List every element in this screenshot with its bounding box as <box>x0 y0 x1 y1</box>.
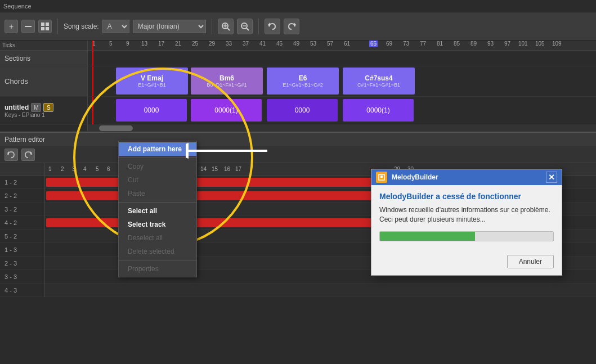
chord-name-4: C#7sus4 <box>365 74 392 82</box>
dialog-footer: Annuler <box>371 255 562 275</box>
tick-17: 17 <box>158 41 164 47</box>
window-title-text: Sequence <box>3 3 32 10</box>
tick-57: 57 <box>327 41 333 47</box>
tick-101: 101 <box>518 41 528 47</box>
pe-tick-val-6: 6 <box>107 166 110 172</box>
cm-add-pattern[interactable]: Add pattern here <box>119 142 196 156</box>
pattern-block-4[interactable]: 0000(1) <box>343 99 414 122</box>
dialog-cancel-button[interactable]: Annuler <box>507 255 554 268</box>
redo-button[interactable] <box>284 19 299 34</box>
cm-properties[interactable]: Properties <box>119 262 196 276</box>
cm-divider-2 <box>119 202 196 203</box>
cm-paste[interactable]: Paste <box>119 187 196 200</box>
song-scale-label: Song scale: <box>64 23 99 30</box>
pe-title: Pattern editor <box>5 136 45 143</box>
undo-button[interactable] <box>265 19 280 34</box>
pe-tick-val-16: 16 <box>224 166 230 172</box>
cm-copy[interactable]: Copy <box>119 160 196 173</box>
dialog-progress-container <box>379 231 554 241</box>
dialog-message: Windows recueille d'autres informations … <box>379 205 554 224</box>
track-label: untitled M S Keys - EPiano 1 <box>0 97 88 124</box>
pattern-block-2[interactable]: 0000(1) <box>191 99 262 122</box>
dialog-close-button[interactable]: ✕ <box>546 172 557 183</box>
scale-select[interactable]: Major (Ionian) <box>133 20 206 33</box>
sections-content[interactable] <box>88 51 596 66</box>
add-button[interactable]: + <box>5 20 18 33</box>
svg-line-6 <box>227 28 230 30</box>
tick-5: 5 <box>109 41 113 47</box>
pe-header: Pattern editor <box>0 133 596 146</box>
track-row: untitled M S Keys - EPiano 1 0000 0000(1… <box>0 97 596 125</box>
chord-name-2: Bm6 <box>219 74 234 82</box>
track-patterns-content[interactable]: 0000 0000(1) 0000 0000(1) <box>88 97 596 124</box>
scroll-track[interactable] <box>88 125 596 131</box>
pe-tick-val-5: 5 <box>96 166 99 172</box>
tick-ruler: 1 5 9 13 17 21 25 29 33 37 41 45 49 53 5… <box>88 41 596 50</box>
svg-rect-2 <box>46 23 49 26</box>
separator-1 <box>57 19 58 34</box>
solo-button[interactable]: S <box>43 103 53 112</box>
svg-rect-19 <box>380 176 383 178</box>
chords-content[interactable]: V Emaj E1~G#1~B1 Bm6 B0~D1~F#1~G#1 E6 E1… <box>88 66 596 96</box>
pe-note-label-8: 4 - 3 <box>0 284 44 297</box>
pe-note-label-7: 3 - 3 <box>0 270 44 284</box>
zoom-in-button[interactable] <box>218 19 234 34</box>
dialog-body: MelodyBuilder a cessé de fonctionner Win… <box>371 185 562 255</box>
chord-notes-1: E1~G#1~B1 <box>138 82 166 88</box>
tick-81: 81 <box>437 41 443 47</box>
scroll-thumb[interactable] <box>99 125 133 131</box>
tick-93: 93 <box>487 41 494 47</box>
pe-tick-val-2: 2 <box>61 166 64 172</box>
cm-delete-selected[interactable]: Delete selected <box>119 245 196 258</box>
cm-select-track[interactable]: Select track <box>119 218 196 231</box>
cm-divider-1 <box>119 158 196 158</box>
pe-row-8[interactable] <box>45 284 596 297</box>
zoom-out-button[interactable] <box>237 19 253 34</box>
svg-rect-0 <box>25 26 32 27</box>
pe-note-label-3: 4 - 2 <box>0 216 44 230</box>
chord-notes-2: B0~D1~F#1~G#1 <box>207 82 247 88</box>
tick-21: 21 <box>175 41 181 47</box>
pe-note-label-1: 2 - 2 <box>0 189 44 203</box>
remove-button[interactable] <box>21 20 35 33</box>
cm-divider-3 <box>119 260 196 260</box>
sequence-area: Ticks 1 5 9 13 17 21 25 29 33 37 41 45 4… <box>0 41 596 132</box>
pe-note-label-0: 1 - 2 <box>0 176 44 189</box>
sequence-scrollbar <box>0 125 596 132</box>
tick-25: 25 <box>192 41 198 47</box>
pe-note-label-5: 1 - 3 <box>0 243 44 257</box>
cm-select-all[interactable]: Select all <box>119 204 196 218</box>
pe-note-label-6: 2 - 3 <box>0 257 44 270</box>
tick-29: 29 <box>209 41 215 47</box>
topbar: + Song scale: ABC Major (Ionian) <box>0 12 596 41</box>
tick-33: 33 <box>226 41 232 47</box>
tick-45: 45 <box>276 41 283 47</box>
sections-label: Sections <box>0 51 88 66</box>
sections-row: Sections <box>0 51 596 66</box>
cm-deselect-all[interactable]: Deselect all <box>119 231 196 245</box>
pe-redo-button[interactable] <box>21 149 35 161</box>
sections-playhead <box>92 51 93 66</box>
tick-13: 13 <box>141 41 147 47</box>
chords-playhead <box>92 66 93 96</box>
chord-notes-3: E1~G#1~B1~C#2 <box>283 82 322 88</box>
pattern-block-1[interactable]: 0000 <box>116 99 187 122</box>
pe-tick-val-3: 3 <box>72 166 75 172</box>
tick-109: 109 <box>552 41 562 47</box>
pe-undo-button[interactable] <box>5 149 18 161</box>
svg-rect-3 <box>41 27 44 30</box>
grid-button[interactable] <box>38 20 52 33</box>
pattern-block-3[interactable]: 0000 <box>267 99 338 122</box>
tick-65: 65 <box>369 41 378 47</box>
chord-block-2[interactable]: Bm6 B0~D1~F#1~G#1 <box>191 68 263 95</box>
window-title-bar: Sequence <box>0 0 596 12</box>
key-select[interactable]: ABC <box>102 20 129 33</box>
mute-button[interactable]: M <box>31 103 41 112</box>
chord-block-4[interactable]: C#7sus4 C#1~F#1~G#1~B1 <box>343 68 415 95</box>
cm-cut[interactable]: Cut <box>119 173 196 187</box>
tick-49: 49 <box>293 41 299 47</box>
chord-block-1[interactable]: V Emaj E1~G#1~B1 <box>116 68 188 95</box>
chord-block-3[interactable]: E6 E1~G#1~B1~C#2 <box>267 68 339 95</box>
playhead <box>92 41 93 50</box>
track-sub: Keys - EPiano 1 <box>5 112 83 118</box>
